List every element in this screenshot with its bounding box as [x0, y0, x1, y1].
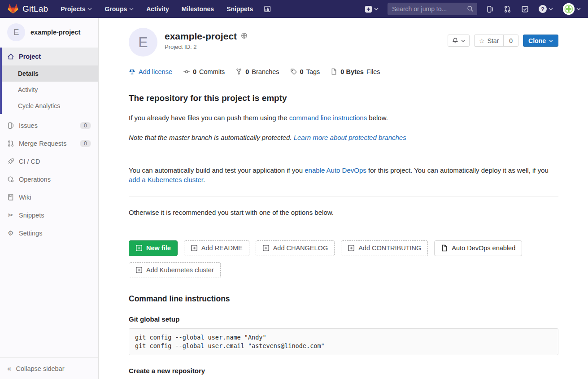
page-title: example-project [165, 31, 237, 42]
star-label: Star [488, 37, 499, 44]
nav-item-activity[interactable]: Activity [146, 5, 169, 13]
button-label: Add README [201, 244, 243, 252]
help-menu-dropdown[interactable]: ? [539, 5, 553, 13]
tags-stat[interactable]: 0 Tags [290, 68, 320, 75]
merge-requests-dashboard-button[interactable] [504, 5, 511, 13]
sidebar-item-project[interactable]: Project [2, 48, 98, 65]
branches-label: Branches [252, 68, 279, 75]
project-header: E example-project Project ID: 2 ☆ Star 0 [129, 28, 558, 57]
collapse-sidebar-button[interactable]: « Collapse sidebar [0, 357, 98, 379]
add-changelog-button[interactable]: Add CHANGELOG [256, 240, 335, 256]
code-line: git config --global user.email "astevens… [135, 342, 552, 350]
sidebar-subitem-cycle-analytics[interactable]: Cycle Analytics [2, 98, 98, 114]
button-label: Auto DevOps enabled [452, 244, 515, 252]
star-count[interactable]: 0 [503, 35, 518, 46]
sidebar-item-label: Settings [19, 230, 42, 237]
main-content: E example-project Project ID: 2 ☆ Star 0 [99, 0, 588, 379]
add-readme-button[interactable]: Add README [184, 240, 249, 256]
user-avatar [563, 3, 575, 15]
code-line: git config --global user.name "Andy" [135, 333, 552, 342]
chevron-down-icon [549, 39, 553, 42]
search-input[interactable] [388, 3, 477, 15]
files-stat[interactable]: 0 Bytes Files [331, 68, 380, 75]
nav-item-groups[interactable]: Groups [105, 5, 134, 13]
add-kubernetes-cluster-link[interactable]: add a Kubernetes cluster [129, 176, 203, 183]
auto-devops-enabled-button[interactable]: Auto DevOps enabled [434, 240, 522, 256]
button-label: Add CHANGELOG [273, 244, 328, 252]
sidebar-item-label: CI / CD [19, 158, 40, 165]
sidebar-item-label: Operations [19, 176, 51, 183]
plus-square-icon [191, 244, 198, 252]
sidebar-item-ci-cd[interactable]: CI / CD [0, 152, 98, 170]
nav-item-milestones[interactable]: Milestones [182, 5, 214, 13]
sidebar-item-wiki[interactable]: Wiki [0, 188, 98, 206]
home-icon [7, 53, 14, 60]
chevron-down-icon [374, 8, 379, 10]
protected-branches-link[interactable]: Learn more about protected branches [294, 134, 406, 141]
issues-dashboard-button[interactable] [486, 5, 494, 13]
empty-state-buttons-row-2: Add Kubernetes cluster [129, 262, 558, 278]
empty-state-buttons-row-1: New file Add README Add CHANGELOG Add CO… [129, 240, 558, 256]
clone-dropdown-button[interactable]: Clone [523, 35, 558, 47]
push-instructions-text: If you already have files you can push t… [129, 113, 558, 123]
issues-count-badge: 0 [80, 122, 91, 129]
merge-requests-count-badge: 0 [80, 140, 91, 147]
sidebar-subitem-details[interactable]: Details [2, 65, 98, 82]
sidebar-section-project: Project Details Activity Cycle Analytics [0, 48, 98, 114]
project-sidebar: E example-project Project Details Activi… [0, 18, 99, 379]
chevron-double-left-icon: « [7, 364, 11, 373]
navbar-links: Projects Groups Activity Milestones Snip… [61, 5, 253, 13]
notifications-dropdown-button[interactable] [448, 35, 470, 47]
project-avatar-large: E [129, 28, 157, 57]
chevron-down-icon [576, 8, 581, 10]
branch-icon [235, 68, 243, 75]
divider [129, 196, 558, 196]
add-kubernetes-cluster-button[interactable]: Add Kubernetes cluster [129, 262, 221, 278]
sidebar-item-operations[interactable]: Operations [0, 170, 98, 188]
button-label: New file [146, 244, 171, 252]
add-license-link[interactable]: Add license [129, 68, 172, 75]
commits-count: 0 [193, 68, 196, 75]
command-line-instructions-link[interactable]: command line instructions [289, 114, 367, 122]
sidebar-context-header[interactable]: E example-project [0, 18, 98, 48]
divider [129, 229, 558, 229]
add-license-label: Add license [139, 68, 172, 75]
sidebar-subitem-activity[interactable]: Activity [2, 82, 98, 98]
star-button[interactable]: ☆ Star [475, 35, 503, 46]
chevron-down-icon [461, 39, 465, 42]
devops-text-post: . [203, 176, 205, 183]
todo-check-icon [521, 5, 529, 13]
globe-icon [241, 32, 248, 41]
project-avatar: E [7, 23, 25, 41]
todos-button[interactable] [521, 5, 529, 13]
nav-item-label: Snippets [226, 5, 253, 13]
sidebar-item-snippets[interactable]: ✂ Snippets [0, 206, 98, 224]
add-contributing-button[interactable]: Add CONTRIBUTING [341, 240, 428, 256]
merge-request-icon [504, 5, 511, 13]
tag-icon [290, 68, 297, 75]
star-button-group: ☆ Star 0 [474, 35, 518, 47]
nav-item-label: Activity [146, 5, 169, 13]
nav-item-projects[interactable]: Projects [61, 5, 92, 13]
nav-item-snippets[interactable]: Snippets [226, 5, 253, 13]
nav-item-label: Groups [105, 5, 127, 13]
sidebar-item-settings[interactable]: ⚙ Settings [0, 224, 98, 242]
new-file-button[interactable]: New file [129, 240, 178, 256]
collapse-sidebar-label: Collapse sidebar [16, 365, 64, 372]
protected-branch-note: Note that the master branch is automatic… [129, 133, 558, 143]
analytics-chart-icon[interactable] [264, 5, 271, 13]
branches-stat[interactable]: 0 Branches [235, 68, 279, 75]
new-menu-dropdown[interactable] [365, 5, 379, 13]
license-scale-icon [129, 68, 136, 75]
commits-stat[interactable]: 0 Commits [183, 68, 225, 75]
sidebar-item-issues[interactable]: Issues 0 [0, 117, 98, 135]
sidebar-item-merge-requests[interactable]: Merge Requests 0 [0, 135, 98, 152]
file-icon [331, 68, 338, 75]
user-menu-dropdown[interactable] [563, 3, 581, 15]
nav-item-label: Milestones [182, 5, 214, 13]
sidebar-project-name: example-project [30, 29, 80, 36]
devops-text-mid: for this project. You can automatically … [368, 166, 549, 174]
gitlab-brand[interactable]: GitLab [7, 4, 48, 14]
enable-auto-devops-link[interactable]: enable Auto DevOps [305, 166, 366, 174]
git-global-setup-code-block[interactable]: git config --global user.name "Andy" git… [129, 328, 558, 355]
